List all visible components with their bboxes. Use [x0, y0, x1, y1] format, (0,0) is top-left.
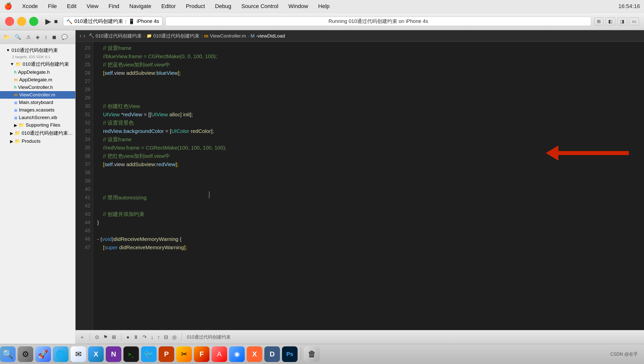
- menu-help[interactable]: Help: [316, 2, 332, 11]
- menu-edit[interactable]: Edit: [65, 2, 79, 11]
- group-products[interactable]: ▶ 📁 Products: [0, 137, 75, 145]
- view-issues-icon[interactable]: ⊙: [95, 334, 99, 340]
- dock-dash-icon[interactable]: D: [264, 346, 280, 362]
- dock-onenote-icon[interactable]: N: [106, 346, 121, 362]
- code-line-42: [97, 202, 644, 210]
- h-file-icon: h: [14, 70, 17, 75]
- dock-finder-icon[interactable]: 🔍: [0, 346, 16, 362]
- menu-product[interactable]: Product: [184, 2, 207, 11]
- utilities-toggle-button[interactable]: ▭: [629, 17, 639, 25]
- file-main-storyboard-label: Main.storyboard: [19, 100, 53, 105]
- breadcrumb-back-button[interactable]: ‹: [80, 33, 81, 39]
- dock-right-area: CSDN @在乎: [322, 351, 644, 357]
- group-main[interactable]: ▼ 📁 010通过代码创建约束: [0, 60, 75, 68]
- navigator-toggle-button[interactable]: ⊞: [594, 17, 603, 25]
- dock-safari-icon[interactable]: 🌐: [53, 346, 68, 362]
- add-file-icon[interactable]: ＋: [80, 334, 85, 341]
- menu-find[interactable]: Find: [106, 2, 121, 11]
- split-view-icon[interactable]: ⊟: [164, 334, 168, 340]
- continue-icon[interactable]: ⏸: [133, 334, 138, 340]
- code-line-24: //blueView.frame = CGRectMake(0, 0, 100,…: [97, 52, 644, 60]
- run-button[interactable]: ▶: [45, 17, 51, 26]
- file-viewcontroller-m-label: ViewController.m: [19, 92, 55, 98]
- file-images-xcassets[interactable]: ◼ Images.xcassets: [0, 106, 75, 114]
- dock-launchpad-icon[interactable]: 🚀: [35, 346, 51, 362]
- issues-button[interactable]: ⚠: [25, 33, 32, 41]
- code-line-27: [97, 77, 644, 85]
- step-out-icon[interactable]: ↑: [157, 334, 160, 340]
- scheme-selector[interactable]: 🔨 010通过代码创建约束 | 📱 iPhone 4s: [63, 17, 163, 26]
- navigator-button[interactable]: 📁: [2, 33, 11, 41]
- project-name-label: 010通过代码创建约束: [12, 47, 58, 54]
- window-maximize-button[interactable]: [29, 17, 38, 26]
- code-line-38: [97, 168, 644, 177]
- sidebar-toolbar: 📁 🔍 ⚠ ◈ ↕ ◼ 💬: [0, 30, 75, 44]
- filter-icon[interactable]: ⚑: [103, 334, 108, 340]
- dock-scissors-icon[interactable]: ✂: [176, 346, 192, 362]
- split-editor-button[interactable]: ◨: [617, 17, 627, 25]
- stop-button[interactable]: ■: [54, 18, 58, 25]
- menu-editor[interactable]: Editor: [159, 2, 178, 11]
- bc-file[interactable]: ViewController.m: [210, 33, 246, 39]
- dock-mail-icon[interactable]: ✉: [70, 346, 86, 362]
- file-appdelegate-m[interactable]: m AppDelegate.m: [0, 76, 75, 84]
- menu-source-control[interactable]: Source Control: [239, 2, 280, 11]
- dock-twitter-icon[interactable]: 🐦: [141, 346, 157, 362]
- step-into-icon[interactable]: ↓: [151, 334, 153, 340]
- symbols-button[interactable]: ◈: [34, 33, 41, 41]
- dock-app1-icon[interactable]: A: [211, 346, 227, 362]
- dock-terminal-icon[interactable]: >_: [123, 346, 139, 362]
- dock: 🔍 ⚙ 🚀 🌐 ✉ X N >_ 🐦 P ✂: [0, 344, 644, 364]
- source-control-button[interactable]: ↕: [43, 33, 49, 41]
- reports-button[interactable]: 💬: [60, 33, 69, 41]
- group-collapse-icon: ▼: [10, 62, 14, 66]
- search-navigator-button[interactable]: 🔍: [13, 33, 23, 41]
- editor-toggle-button[interactable]: ◧: [605, 17, 615, 25]
- arrow-line: [558, 151, 629, 155]
- file-launchscreen-xib[interactable]: ◼ LaunchScreen.xib: [0, 114, 75, 121]
- dock-xmind-icon[interactable]: X: [247, 346, 262, 362]
- file-viewcontroller-h[interactable]: h ViewController.h: [0, 84, 75, 91]
- storyboard-icon: ◼: [14, 100, 17, 105]
- step-over-icon[interactable]: ↷: [142, 334, 147, 340]
- menu-xcode[interactable]: Xcode: [20, 2, 40, 11]
- file-main-storyboard[interactable]: ◼ Main.storyboard: [0, 99, 75, 106]
- menu-file[interactable]: File: [46, 2, 59, 11]
- menu-debug[interactable]: Debug: [213, 2, 233, 11]
- apple-menu[interactable]: 🍎: [4, 2, 12, 10]
- project-collapse-icon: ▼: [6, 48, 10, 53]
- bc-project-name[interactable]: 010通过代码创建约束: [96, 33, 142, 39]
- dock-app2-icon[interactable]: ◉: [229, 346, 245, 362]
- menubar-right: 16:54:16: [618, 3, 640, 10]
- dock-powerpoint-icon[interactable]: P: [159, 346, 174, 362]
- group-supporting-files[interactable]: ▶ 📁 Supporting Files: [0, 121, 75, 129]
- file-viewcontroller-m[interactable]: m ViewController.m: [0, 91, 75, 99]
- dock-photoshop-icon[interactable]: Ps: [282, 346, 298, 362]
- breadcrumb-forward-button[interactable]: ›: [83, 33, 85, 39]
- code-line-44: }: [97, 218, 644, 227]
- sort-icon[interactable]: ⊞: [112, 334, 116, 340]
- menu-view[interactable]: View: [85, 2, 100, 11]
- dock-filezilla-icon[interactable]: F: [194, 346, 209, 362]
- breakpoints-button[interactable]: ◼: [51, 33, 58, 41]
- menu-window[interactable]: Window: [287, 2, 310, 11]
- red-arrow-annotation: [546, 145, 629, 161]
- project-meta-label: 2 targets, iOS SDK 8.1: [12, 55, 50, 59]
- bc-method-icon: M: [251, 33, 255, 39]
- project-root[interactable]: ▼ 010通过代码创建约束: [0, 46, 75, 55]
- menu-navigate[interactable]: Navigate: [127, 2, 153, 11]
- code-line-29: [97, 94, 644, 102]
- bc-sep1: ›: [143, 33, 145, 39]
- code-editor[interactable]: // 设置frame //blueView.frame = CGRectMake…: [93, 42, 644, 330]
- bc-file-icon: m: [204, 33, 208, 39]
- bc-group[interactable]: 010通过代码创建约束: [153, 33, 200, 39]
- dock-xcode-icon[interactable]: X: [88, 346, 104, 362]
- location-icon[interactable]: ◎: [172, 334, 176, 340]
- window-minimize-button[interactable]: [17, 17, 26, 26]
- breakpoints-editor-icon[interactable]: ●: [126, 334, 129, 340]
- dock-trash-icon[interactable]: 🗑: [304, 346, 320, 362]
- group-tests[interactable]: ▶ 📁 010通过代码创建约束Tests: [0, 129, 75, 137]
- dock-syspref-icon[interactable]: ⚙: [18, 346, 33, 362]
- window-close-button[interactable]: [5, 17, 14, 26]
- file-appdelegate-h[interactable]: h AppDelegate.h: [0, 68, 75, 76]
